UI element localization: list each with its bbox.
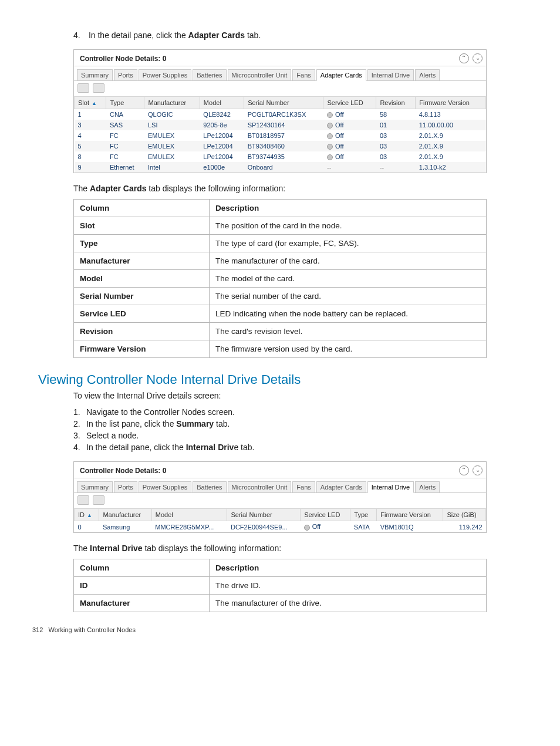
tab-internal-drive[interactable]: Internal Drive xyxy=(367,481,414,493)
cell: Intel xyxy=(144,162,200,173)
grid-header[interactable]: Size (GiB) xyxy=(443,509,486,521)
cell: The type of card (for example, FC, SAS). xyxy=(210,235,487,252)
step-number: 4. xyxy=(73,443,86,452)
cell: Off xyxy=(323,151,376,162)
cell: BT01818957 xyxy=(244,130,323,141)
cell: 03 xyxy=(376,151,416,162)
cell: The card's revision level. xyxy=(210,323,487,340)
grid-header[interactable]: Model xyxy=(151,509,227,521)
cell: 03 xyxy=(376,141,416,151)
grid-header[interactable]: Serial Number xyxy=(227,509,301,521)
grid-header[interactable]: Type xyxy=(106,97,144,109)
tab-ports[interactable]: Ports xyxy=(114,481,137,493)
grid-header[interactable]: Manufacturer xyxy=(144,97,200,109)
table-row: IDThe drive ID. xyxy=(74,576,487,594)
tab-fans[interactable]: Fans xyxy=(292,69,315,81)
cell: 03 xyxy=(376,130,416,141)
cell: LPe12004 xyxy=(200,130,244,141)
cell: 5 xyxy=(75,141,106,151)
tab-microcontroller-unit[interactable]: Microcontroller Unit xyxy=(228,69,292,81)
grid-header[interactable]: Manufacturer xyxy=(99,509,151,521)
cell: 9205-8e xyxy=(200,120,244,130)
step-number: 3. xyxy=(73,431,86,440)
table-row[interactable]: 0SamsungMMCRE28G5MXP...DCF2E00944SE9...O… xyxy=(75,521,486,532)
collapse-up-icon[interactable]: ⌃ xyxy=(459,465,469,475)
grid-header[interactable]: Service LED xyxy=(323,97,376,109)
cell: Off xyxy=(323,120,376,130)
table-row[interactable]: 4FCEMULEXLPe12004BT01818957Off032.01.X.9 xyxy=(75,130,486,141)
tab-adapter-cards[interactable]: Adapter Cards xyxy=(316,69,366,81)
grid-header[interactable]: Firmware Version xyxy=(377,509,443,521)
col-header: Column xyxy=(74,559,210,576)
tab-alerts[interactable]: Alerts xyxy=(415,69,440,81)
step-item: 1.Navigate to the Controller Nodes scree… xyxy=(73,407,539,417)
tab-adapter-cards[interactable]: Adapter Cards xyxy=(316,481,366,493)
step-number: 2. xyxy=(73,419,86,428)
sort-asc-icon: ▲ xyxy=(87,512,92,518)
led-off-icon xyxy=(327,112,333,118)
table-row[interactable]: 5FCEMULEXLPe12004BT93408460Off032.01.X.9 xyxy=(75,141,486,151)
text-bold: Adapter Cards xyxy=(90,184,146,193)
grid-header[interactable]: Service LED xyxy=(301,509,350,521)
cell: EMULEX xyxy=(144,151,200,162)
panel-header: Controller Node Details: 0 ⌃ ⌄ xyxy=(74,50,486,66)
toolbar xyxy=(74,493,486,508)
table-row: ManufacturerThe manufacturer of the driv… xyxy=(74,594,487,612)
toolbar-icon[interactable] xyxy=(77,495,89,505)
tab-internal-drive[interactable]: Internal Drive xyxy=(367,69,414,81)
table-row[interactable]: 8FCEMULEXLPe12004BT93744935Off032.01.X.9 xyxy=(75,151,486,162)
grid-header[interactable]: Serial Number xyxy=(244,97,323,109)
step-text-bold: Internal Driv xyxy=(186,443,234,452)
collapse-up-icon[interactable]: ⌃ xyxy=(459,53,469,63)
cell: 4.8.113 xyxy=(416,109,486,120)
toolbar-icon[interactable] xyxy=(77,83,89,93)
tab-summary[interactable]: Summary xyxy=(77,481,113,493)
grid-header[interactable]: Firmware Version xyxy=(416,97,486,109)
cell: EMULEX xyxy=(144,141,200,151)
internal-intro: To view the Internal Drive details scree… xyxy=(73,391,539,400)
tab-power-supplies[interactable]: Power Supplies xyxy=(139,481,191,493)
toolbar-icon[interactable] xyxy=(93,83,104,93)
tab-fans[interactable]: Fans xyxy=(292,481,315,493)
cell: -- xyxy=(376,162,416,173)
cell: BT93744935 xyxy=(244,151,323,162)
cell: SAS xyxy=(106,120,144,130)
internal-drive-grid: ID▲ManufacturerModelSerial NumberService… xyxy=(74,508,486,532)
grid-header[interactable]: ID▲ xyxy=(75,509,99,521)
cell: LPe12004 xyxy=(200,151,244,162)
cell: 9 xyxy=(75,162,106,173)
cell: Revision xyxy=(74,323,210,340)
tab-batteries[interactable]: Batteries xyxy=(193,481,226,493)
cell: LPe12004 xyxy=(200,141,244,151)
cell: Onboard xyxy=(244,162,323,173)
tab-batteries[interactable]: Batteries xyxy=(193,69,226,81)
page-footer: 312 Working with Controller Nodes xyxy=(32,626,539,633)
step-text-post: tab. xyxy=(245,31,261,40)
text: The xyxy=(73,184,90,193)
page-number: 312 xyxy=(32,626,43,633)
tab-power-supplies[interactable]: Power Supplies xyxy=(139,69,191,81)
cell: 8 xyxy=(75,151,106,162)
expand-down-icon[interactable]: ⌄ xyxy=(473,465,483,475)
cell: The firmware version used by the card. xyxy=(210,340,487,358)
section-heading: Viewing Controller Node Internal Drive D… xyxy=(38,372,539,387)
table-row[interactable]: 3SASLSI9205-8eSP12430164Off0111.00.00.00 xyxy=(75,120,486,130)
grid-header[interactable]: Model xyxy=(200,97,244,109)
tab-microcontroller-unit[interactable]: Microcontroller Unit xyxy=(228,481,292,493)
grid-header[interactable]: Slot▲ xyxy=(75,97,106,109)
tab-summary[interactable]: Summary xyxy=(77,69,113,81)
cell: FC xyxy=(106,151,144,162)
toolbar-icon[interactable] xyxy=(93,495,104,505)
grid-header[interactable]: Revision xyxy=(376,97,416,109)
tab-alerts[interactable]: Alerts xyxy=(415,481,440,493)
text: The xyxy=(73,544,90,553)
step-text-bold: Summary xyxy=(176,419,214,428)
table-row[interactable]: 1CNAQLOGICQLE8242PCGLT0ARC1K3SXOff584.8.… xyxy=(75,109,486,120)
tab-ports[interactable]: Ports xyxy=(114,69,137,81)
expand-down-icon[interactable]: ⌄ xyxy=(473,53,483,63)
table-row: ManufacturerThe manufacturer of the card… xyxy=(74,252,487,270)
table-row[interactable]: 9EthernetIntele1000eOnboard----1.3.10-k2 xyxy=(75,162,486,173)
cell: Slot xyxy=(74,217,210,235)
grid-header[interactable]: Type xyxy=(350,509,377,521)
cell: Firmware Version xyxy=(74,340,210,358)
